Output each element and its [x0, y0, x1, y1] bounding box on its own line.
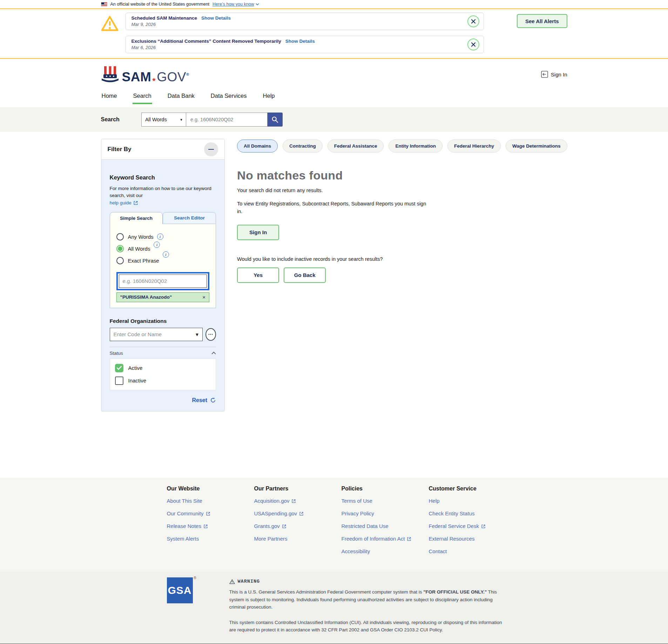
logo-sam-text: SAM	[122, 70, 151, 83]
results-heading: No matches found	[237, 169, 567, 182]
domain-pills: All Domains Contracting Federal Assistan…	[237, 140, 567, 152]
sam-logo[interactable]: SAM★GOV®	[101, 65, 189, 83]
nav-item-home[interactable]: Home	[101, 90, 118, 103]
banner-howto-link[interactable]: Here’s how you know	[212, 2, 259, 7]
info-icon[interactable]: i	[163, 251, 169, 258]
federal-orgs-heading: Federal Organizations	[110, 318, 216, 324]
checkbox-label: Active	[128, 365, 143, 371]
checkbox-label: Inactive	[128, 378, 147, 384]
alerts-section: Scheduled SAM Maintenance Show Details M…	[0, 9, 668, 59]
minus-icon	[208, 149, 214, 150]
search-submit-button[interactable]	[268, 113, 283, 127]
results-line2: To view Entity Registrations, Subcontrac…	[237, 200, 429, 216]
domain-pill-contracting[interactable]: Contracting	[283, 140, 323, 152]
domain-pill-wage-determinations[interactable]: Wage Determinations	[506, 140, 567, 152]
checkbox-active[interactable]	[115, 364, 123, 372]
see-all-alerts-button[interactable]: See All Alerts	[517, 14, 567, 28]
alert-close-button[interactable]	[467, 39, 479, 50]
page-footer: Our Website About This Site Our Communit…	[0, 478, 668, 644]
status-heading: Status	[110, 351, 123, 356]
footer-link[interactable]: Contact	[429, 548, 447, 555]
filter-collapse-button[interactable]	[204, 142, 218, 156]
radio-all-words[interactable]	[116, 245, 124, 252]
gsa-logo: GSA	[167, 577, 193, 603]
reset-filters-button[interactable]: Reset	[110, 397, 216, 404]
footer-link[interactable]: External Resources	[429, 536, 475, 542]
footer-link[interactable]: Privacy Policy	[342, 510, 374, 517]
radio-exact-phrase[interactable]	[116, 257, 124, 264]
nav-item-data-bank[interactable]: Data Bank	[167, 90, 195, 103]
footer-link[interactable]: More Partners	[254, 536, 288, 542]
yes-button[interactable]: Yes	[237, 267, 279, 283]
external-link-icon	[481, 524, 486, 529]
footer-link[interactable]: System Alerts	[167, 536, 199, 542]
footer-link[interactable]: Acquisition.gov	[254, 498, 296, 504]
help-guide-link[interactable]: help guide	[110, 199, 138, 206]
warning-paragraph: This is a U.S. General Services Administ…	[229, 588, 506, 611]
footer-link[interactable]: Federal Service Desk	[429, 523, 486, 530]
footer-column-our-website: Our Website About This Site Our Communit…	[167, 486, 254, 561]
footer-link[interactable]: Restricted Data Use	[342, 523, 389, 530]
domain-pill-entity-information[interactable]: Entity Information	[389, 140, 443, 152]
footer-gsa-section: GSA ® WARNING This is a U.S. General Ser…	[0, 572, 668, 644]
alert-title: Scheduled SAM Maintenance	[131, 15, 197, 21]
alert-item: Exclusions “Additional Comments” Content…	[126, 36, 484, 53]
footer-link[interactable]: Our Community	[167, 510, 210, 517]
domain-pill-federal-assistance[interactable]: Federal Assistance	[328, 140, 384, 152]
nav-item-search[interactable]: Search	[133, 90, 152, 104]
chip-remove-icon[interactable]: ×	[202, 294, 205, 300]
external-link-icon	[282, 524, 286, 529]
footer-column-heading: Customer Service	[429, 486, 516, 492]
footer-link[interactable]: Release Notes	[167, 523, 208, 530]
sign-in-button[interactable]: Sign In	[237, 225, 279, 240]
banner-text: An official website of the United States…	[110, 2, 210, 7]
warning-triangle-icon	[101, 15, 119, 32]
nav-item-help[interactable]: Help	[262, 90, 276, 103]
federal-orgs-input[interactable]	[110, 328, 203, 341]
gsa-registered-mark: ®	[194, 576, 196, 580]
keyword-search-heading: Keyword Search	[110, 174, 216, 181]
footer-link[interactable]: Grants.gov	[254, 523, 286, 530]
domain-pill-all-domains[interactable]: All Domains	[237, 140, 278, 152]
footer-link[interactable]: Freedom of Information Act	[342, 536, 412, 542]
checkbox-inactive[interactable]	[115, 377, 123, 385]
alert-show-details-link[interactable]: Show Details	[285, 39, 315, 44]
nav-item-data-services[interactable]: Data Services	[210, 90, 248, 103]
checkbox-row-active[interactable]: Active	[115, 364, 211, 372]
status-section-header[interactable]: Status	[110, 347, 216, 356]
info-icon[interactable]: i	[157, 233, 163, 240]
footer-link[interactable]: USASpending.gov	[254, 510, 304, 517]
logo-gov-text: GOV	[157, 70, 186, 83]
warning-paragraph: This system contains Controlled Unclassi…	[229, 619, 506, 634]
footer-column-our-partners: Our Partners Acquisition.gov USASpending…	[254, 486, 342, 561]
radio-any-words[interactable]	[116, 233, 124, 240]
close-icon	[471, 19, 476, 24]
external-link-icon	[133, 201, 138, 205]
domain-pill-federal-hierarchy[interactable]: Federal Hierarchy	[447, 140, 501, 152]
tab-search-editor[interactable]: Search Editor	[163, 212, 216, 224]
footer-column-heading: Policies	[342, 486, 429, 492]
info-icon[interactable]: i	[154, 242, 160, 248]
footer-link[interactable]: Terms of Use	[342, 498, 372, 504]
external-link-icon	[407, 537, 411, 541]
search-input[interactable]	[186, 113, 268, 127]
alert-close-button[interactable]	[467, 15, 479, 27]
go-back-button[interactable]: Go Back	[284, 267, 326, 283]
main-content: Filter By Keyword Search For more inform…	[0, 132, 668, 478]
keyword-input[interactable]	[119, 274, 207, 288]
keyword-chip: "PURISSIMA Anazodo" ×	[116, 292, 210, 302]
tab-simple-search[interactable]: Simple Search	[110, 212, 163, 224]
more-options-button[interactable]: •••	[205, 328, 216, 341]
chevron-down-icon	[256, 3, 259, 6]
alert-show-details-link[interactable]: Show Details	[201, 15, 231, 21]
checkbox-row-inactive[interactable]: Inactive	[115, 377, 211, 385]
footer-link[interactable]: Check Entity Status	[429, 510, 475, 517]
ellipsis-icon: •••	[208, 333, 213, 336]
external-link-icon	[291, 499, 296, 503]
footer-link[interactable]: About This Site	[167, 498, 202, 504]
federal-orgs-combobox: ▼	[110, 328, 203, 341]
header-sign-in-link[interactable]: Sign In	[541, 71, 567, 78]
footer-link[interactable]: Help	[429, 498, 440, 504]
footer-link[interactable]: Accessibility	[342, 548, 370, 555]
search-mode-select[interactable]: All Words ▾	[141, 113, 186, 127]
